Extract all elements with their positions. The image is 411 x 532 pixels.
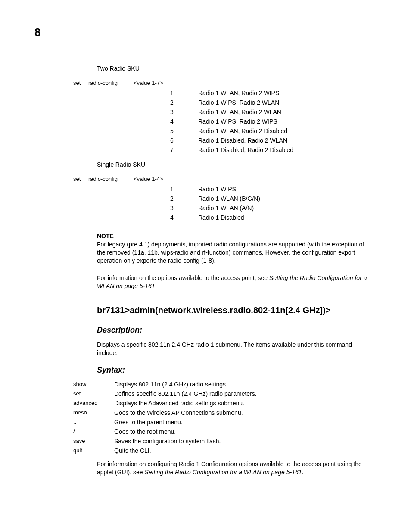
value-desc: Radio 1 WLAN (B/G/N): [198, 195, 372, 202]
value-row: 2Radio 1 WIPS, Radio 2 WLAN: [73, 99, 372, 106]
ref-post: .: [302, 469, 304, 476]
single-radio-values: 1Radio 1 WIPS 2Radio 1 WLAN (B/G/N) 3Rad…: [73, 186, 372, 221]
value-num: 2: [170, 195, 198, 202]
value-desc: Radio 1 WIPS, Radio 2 WIPS: [198, 118, 372, 125]
value-num: 1: [170, 186, 198, 193]
ref-post: .: [155, 283, 157, 289]
single-radio-title: Single Radio SKU: [97, 161, 372, 168]
value-row: 5Radio 1 WLAN, Radio 2 Disabled: [73, 128, 372, 134]
value-desc: Radio 1 Disabled, Radio 2 WLAN: [198, 137, 372, 144]
value-row: 6Radio 1 Disabled, Radio 2 WLAN: [73, 137, 372, 144]
note-label: NOTE: [97, 233, 372, 240]
value-num: 2: [170, 99, 198, 106]
two-radio-cmd: set radio-config <value 1-7>: [73, 80, 372, 86]
value-desc: Radio 1 WLAN, Radio 2 Disabled: [198, 128, 372, 134]
two-radio-values: 1Radio 1 WLAN, Radio 2 WIPS 2Radio 1 WIP…: [73, 90, 372, 153]
value-desc: Radio 1 WLAN, Radio 2 WIPS: [198, 90, 372, 96]
cmd-radio-config: radio-config: [88, 80, 134, 86]
value-num: 3: [170, 109, 198, 115]
syntax-desc: Quits the CLI.: [114, 447, 372, 454]
ref-link: Setting the Radio Configuration for a WL…: [145, 469, 302, 476]
note-block: NOTE For legacy (pre 4.1) deployments, i…: [97, 230, 372, 268]
syntax-row: setDefines specific 802.11n (2.4 GHz) ra…: [73, 390, 372, 397]
syntax-heading: Syntax:: [97, 366, 372, 375]
content-area: Two Radio SKU set radio-config <value 1-…: [73, 65, 372, 476]
single-radio-cmd: set radio-config <value 1-4>: [73, 176, 372, 182]
value-num: 5: [170, 128, 198, 134]
value-row: 4Radio 1 WIPS, Radio 2 WIPS: [73, 118, 372, 125]
description-text: Displays a specific 802.11n 2.4 GHz radi…: [97, 341, 372, 357]
note-text: For legacy (pre 4.1) deployments, import…: [97, 240, 372, 265]
syntax-cmd: /: [73, 428, 114, 435]
value-row: 2Radio 1 WLAN (B/G/N): [73, 195, 372, 202]
value-row: 1Radio 1 WLAN, Radio 2 WIPS: [73, 90, 372, 96]
value-num: 3: [170, 205, 198, 212]
reference-text-2: For information on configuring Radio 1 C…: [97, 460, 372, 476]
value-num: 6: [170, 137, 198, 144]
syntax-row: /Goes to the root menu.: [73, 428, 372, 435]
cmd-set: set: [73, 80, 88, 86]
value-row: 7Radio 1 Disabled, Radio 2 Disabled: [73, 146, 372, 153]
value-row: 4Radio 1 Disabled: [73, 214, 372, 221]
value-row: 3Radio 1 WLAN (A/N): [73, 205, 372, 212]
syntax-desc: Defines specific 802.11n (2.4 GHz) radio…: [114, 390, 372, 397]
reference-text-1: For information on the options available…: [97, 274, 372, 290]
syntax-row: meshGoes to the Wireless AP Connections …: [73, 409, 372, 416]
value-desc: Radio 1 Disabled, Radio 2 Disabled: [198, 146, 372, 153]
cmd-value-range: <value 1-7>: [134, 80, 172, 86]
cmd-set: set: [73, 176, 88, 182]
value-desc: Radio 1 WLAN (A/N): [198, 205, 372, 212]
syntax-cmd: save: [73, 438, 114, 445]
command-heading: br7131>admin(network.wireless.radio.802-…: [97, 305, 372, 315]
syntax-cmd: set: [73, 390, 114, 397]
syntax-cmd: quit: [73, 447, 114, 454]
syntax-cmd: ..: [73, 419, 114, 426]
value-num: 7: [170, 146, 198, 153]
syntax-row: ..Goes to the parent menu.: [73, 419, 372, 426]
syntax-row: quitQuits the CLI.: [73, 447, 372, 454]
syntax-desc: Goes to the Wireless AP Connections subm…: [114, 409, 372, 416]
syntax-desc: Saves the configuration to system flash.: [114, 438, 372, 445]
syntax-row: showDisplays 802.11n (2.4 GHz) radio set…: [73, 381, 372, 388]
syntax-desc: Displays the Adavanced radio settings su…: [114, 400, 372, 407]
value-row: 1Radio 1 WIPS: [73, 186, 372, 193]
two-radio-title: Two Radio SKU: [97, 65, 372, 72]
value-desc: Radio 1 WIPS: [198, 186, 372, 193]
syntax-cmd: advanced: [73, 400, 114, 407]
syntax-row: advancedDisplays the Adavanced radio set…: [73, 400, 372, 407]
cmd-value-range: <value 1-4>: [134, 176, 172, 182]
syntax-cmd: mesh: [73, 409, 114, 416]
value-desc: Radio 1 WIPS, Radio 2 WLAN: [198, 99, 372, 106]
syntax-desc: Displays 802.11n (2.4 GHz) radio setting…: [114, 381, 372, 388]
syntax-desc: Goes to the parent menu.: [114, 419, 372, 426]
syntax-cmd: show: [73, 381, 114, 388]
value-row: 3Radio 1 WLAN, Radio 2 WLAN: [73, 109, 372, 115]
syntax-list: showDisplays 802.11n (2.4 GHz) radio set…: [73, 381, 372, 454]
value-desc: Radio 1 WLAN, Radio 2 WLAN: [198, 109, 372, 115]
value-desc: Radio 1 Disabled: [198, 214, 372, 221]
value-num: 1: [170, 90, 198, 96]
value-num: 4: [170, 118, 198, 125]
description-heading: Description:: [97, 326, 372, 335]
cmd-radio-config: radio-config: [88, 176, 134, 182]
page-number: 8: [34, 26, 377, 39]
value-num: 4: [170, 214, 198, 221]
syntax-desc: Goes to the root menu.: [114, 428, 372, 435]
ref-pre: For information on the options available…: [97, 274, 269, 281]
syntax-row: saveSaves the configuration to system fl…: [73, 438, 372, 445]
